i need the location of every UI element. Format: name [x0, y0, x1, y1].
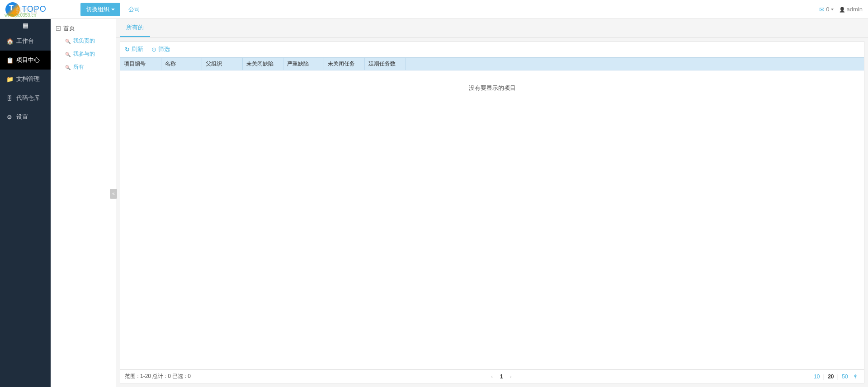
logo-icon [5, 2, 20, 17]
user-icon [839, 6, 845, 13]
logo-text: TOPO [22, 5, 47, 14]
org-switch-label: 切换组织 [86, 5, 109, 14]
chevron-down-icon [831, 9, 834, 10]
username-label: admin [847, 6, 863, 13]
logo[interactable]: TOPO [5, 2, 47, 17]
org-switch-dropdown[interactable]: 切换组织 [80, 3, 120, 16]
top-header: TOPO 软件园 www.pc0359.cn 切换组织 公司 0 admin [0, 0, 868, 19]
company-link[interactable]: 公司 [128, 5, 140, 14]
chevron-down-icon [111, 9, 115, 10]
mail-count: 0 [826, 6, 829, 13]
user-menu[interactable]: admin [839, 6, 863, 13]
envelope-icon [819, 6, 825, 13]
header-right: 0 admin [819, 6, 863, 13]
mail-dropdown[interactable]: 0 [819, 6, 833, 13]
